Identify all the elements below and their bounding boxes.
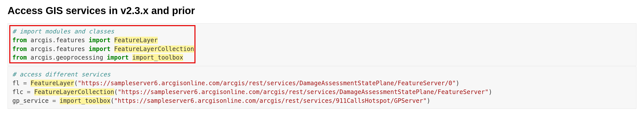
section-heading: Access GIS services in v2.3.x and prior [8,5,636,16]
assign-op: = [49,97,60,104]
code-block-usage: # access different services fl = Feature… [8,66,636,109]
string-url-1: "https://sampleserver6.arcgisonline.com/… [78,80,456,87]
keyword-import: import [89,45,110,53]
paren-open: ( [114,88,118,96]
function-name-import-toolbox: import_toolbox [132,54,183,61]
string-url-2: "https://sampleserver6.arcgisonline.com/… [118,88,489,96]
keyword-from: from [12,45,27,53]
paren-close: ) [489,88,492,96]
module-name: arcgis.geoprocessing [30,54,103,61]
assign-op: = [23,88,34,96]
paren-open: ( [74,80,78,87]
call-import-toolbox: import_toolbox [60,97,110,104]
code-comment: # access different services [12,71,110,78]
class-name-featurelayer: FeatureLayer [114,37,158,44]
assign-op: = [20,80,30,87]
paren-open: ( [110,97,114,104]
string-url-3: "https://sampleserver6.arcgisonline.com/… [114,97,427,104]
keyword-from: from [12,37,27,44]
variable-gpservice: gp_service [12,97,49,104]
module-name: arcgis.features [30,37,85,44]
variable-flc: flc [12,88,23,96]
keyword-from: from [12,54,27,61]
module-name: arcgis.features [30,45,85,53]
paren-close: ) [427,97,430,104]
code-block-imports: # import modules and classes from arcgis… [8,23,636,66]
paren-close: ) [456,80,459,87]
variable-fl: fl [12,80,20,87]
code-comment: # import modules and classes [12,28,114,35]
keyword-import: import [107,54,129,61]
call-featurelayercollection: FeatureLayerCollection [34,88,114,96]
keyword-import: import [89,37,110,44]
call-featurelayer: FeatureLayer [30,80,74,87]
class-name-featurelayercollection: FeatureLayerCollection [114,45,194,53]
